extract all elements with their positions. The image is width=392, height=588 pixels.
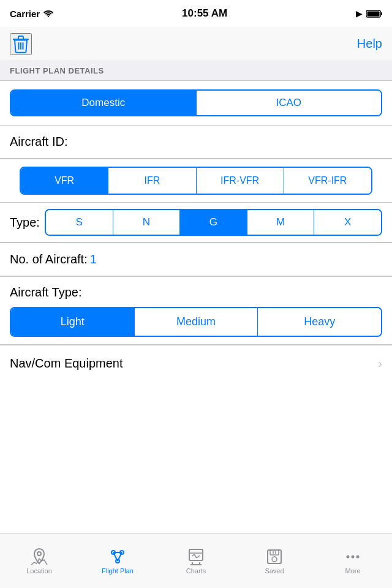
nav-com-label: Nav/Com Equipment [10, 356, 123, 371]
svg-rect-3 [368, 11, 380, 16]
svg-point-28 [347, 555, 350, 558]
tab-saved-label: Saved [265, 567, 284, 575]
battery-icon [366, 10, 382, 18]
tab-charts[interactable]: Charts [157, 533, 235, 588]
type-s[interactable]: S [46, 210, 113, 235]
no-of-aircraft-label: No. of Aircraft: [10, 252, 88, 266]
rule-vfr[interactable]: VFR [21, 168, 108, 194]
aircraft-type-section: Aircraft Type: Light Medium Heavy [0, 277, 392, 345]
nav-com-row[interactable]: Nav/Com Equipment › [0, 345, 392, 382]
svg-rect-15 [189, 549, 203, 560]
svg-point-8 [37, 552, 41, 556]
svg-line-22 [197, 556, 200, 558]
flight-rules-section: VFR IFR IFR-VFR VFR-IFR [0, 159, 392, 202]
tab-bar: Location Flight Plan Charts [0, 533, 392, 588]
carrier-text: Carrier [10, 9, 40, 19]
main-content: FLIGHT PLAN DETAILS Domestic ICAO Aircra… [0, 61, 392, 533]
tab-more[interactable]: More [314, 533, 392, 588]
more-tab-icon [344, 548, 362, 566]
segment-domestic[interactable]: Domestic [11, 91, 197, 115]
nav-bar: Help [0, 27, 392, 61]
tab-more-label: More [345, 567, 360, 575]
rule-ifr[interactable]: IFR [108, 168, 196, 194]
section-header: FLIGHT PLAN DETAILS [0, 61, 392, 81]
aircraft-id-label: Aircraft ID: [10, 135, 67, 149]
svg-point-30 [356, 555, 360, 558]
location-arrow-icon: ▶ [356, 9, 363, 18]
segment-icao[interactable]: ICAO [197, 91, 382, 115]
status-time: 10:55 AM [182, 7, 227, 20]
saved-tab-icon [265, 548, 284, 566]
type-m[interactable]: M [247, 210, 315, 235]
flight-rule-control: VFR IFR IFR-VFR VFR-IFR [20, 167, 372, 195]
no-of-aircraft-value: 1 [90, 252, 97, 266]
carrier-label: Carrier [10, 9, 53, 19]
svg-line-13 [118, 552, 122, 561]
trash-icon [12, 34, 29, 54]
aircraft-type-label: Aircraft Type: [10, 285, 382, 300]
svg-rect-2 [381, 12, 382, 15]
tab-charts-label: Charts [186, 567, 206, 575]
tab-location-label: Location [26, 567, 52, 575]
type-label: Type: [10, 216, 40, 230]
aircraft-weight-control: Light Medium Heavy [10, 307, 382, 337]
svg-line-21 [194, 554, 197, 558]
svg-line-14 [113, 552, 118, 561]
type-row: Type: S N G M X [0, 203, 392, 243]
weight-light[interactable]: Light [11, 308, 135, 336]
delete-button[interactable] [10, 33, 32, 55]
svg-point-0 [48, 16, 49, 17]
type-n[interactable]: N [113, 210, 181, 235]
tab-saved[interactable]: Saved [235, 533, 314, 588]
svg-point-29 [352, 555, 355, 558]
chevron-right-icon: › [378, 356, 382, 371]
location-tab-icon [30, 548, 48, 566]
weight-medium[interactable]: Medium [135, 308, 258, 336]
tab-location[interactable]: Location [0, 533, 78, 588]
status-bar: Carrier 10:55 AM ▶ [0, 0, 392, 27]
status-right-icons: ▶ [356, 9, 382, 18]
type-segment-control: S N G M X [45, 209, 382, 236]
rule-vfr-ifr[interactable]: VFR-IFR [284, 168, 371, 194]
svg-point-25 [272, 557, 277, 562]
no-of-aircraft-row: No. of Aircraft: 1 [0, 243, 392, 276]
help-button[interactable]: Help [357, 37, 382, 51]
rule-ifr-vfr[interactable]: IFR-VFR [197, 168, 284, 194]
tab-flight-plan-label: Flight Plan [102, 567, 134, 575]
charts-tab-icon [187, 548, 205, 566]
type-x[interactable]: X [314, 210, 381, 235]
wifi-icon [43, 10, 53, 17]
type-g[interactable]: G [180, 210, 247, 235]
aircraft-id-row: Aircraft ID: [0, 126, 392, 159]
plan-type-control: Domestic ICAO [10, 89, 382, 116]
svg-rect-24 [270, 550, 279, 555]
flight-plan-tab-icon [108, 548, 127, 566]
tab-flight-plan[interactable]: Flight Plan [78, 533, 157, 588]
weight-heavy[interactable]: Heavy [258, 308, 381, 336]
